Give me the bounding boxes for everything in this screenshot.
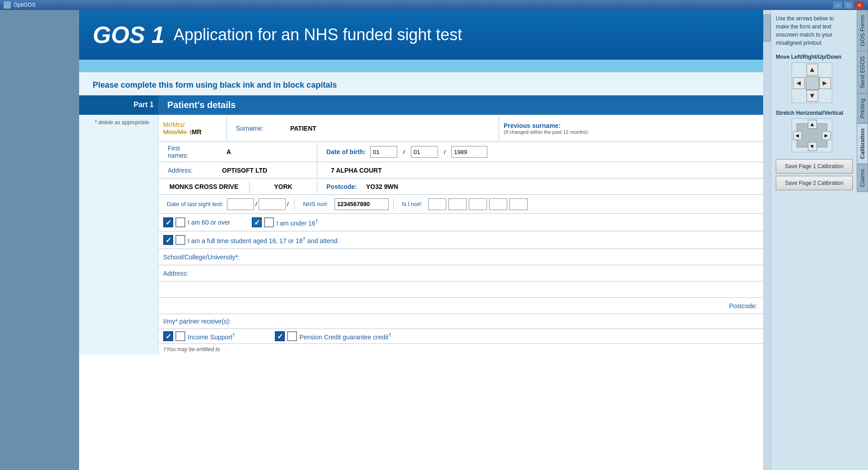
right-tabs: GOS Forms Send EGOS Printing Calibration… [857,10,868,470]
address-line1[interactable]: OPTISOFT LTD [217,164,272,177]
tab-gos-forms[interactable]: GOS Forms [857,10,868,51]
arrow-down-button[interactable]: ▼ [807,90,818,102]
address-row2: MONKS CROSS DRIVE YORK Postcode: YO32 9W… [159,179,771,195]
age60-label: I am 60 or over [188,219,230,226]
dob-cell: Date of birth: 01 / 01 / 1989 [317,142,771,162]
arrow-right-button[interactable]: ► [819,77,831,89]
pension-credit-label: Pension Credit guarantee credit† [299,332,391,341]
stretch-up-button[interactable]: ▲ [808,120,817,129]
prev-surname-cell: Previous surname: (If changed within the… [499,115,771,141]
prev-surname-note: (If changed within the past 12 months) [504,129,766,135]
maximize-button[interactable]: □ [844,1,854,9]
left-sidebar [0,10,79,470]
ni-no-label: N.I.no#: [398,198,426,210]
scroll-thumb[interactable] [763,14,771,42]
pension-credit-item: ✓ Pension Credit guarantee credit† [275,331,391,341]
delete-note: * delete as appropriate [84,117,154,128]
ni-box2[interactable] [448,198,467,210]
title-mrs: Mr/Mrs/ [163,121,222,128]
dob-day[interactable]: 01 [370,146,397,158]
address-cell2b: YORK [249,180,317,193]
scroll-area[interactable] [763,10,771,470]
sub-header [79,60,771,72]
ni-cell: N.I.no#: [393,198,771,210]
school-postcode-row: Postcode: [159,298,771,314]
ni-box4[interactable] [489,198,507,210]
save-page2-calibration-button[interactable]: Save Page 2 Calibration [776,176,853,190]
instruction-text: Please complete this form using black in… [79,72,771,95]
address-label: Address: [163,164,217,177]
save-page1-calibration-button[interactable]: Save Page 1 Calibration [776,159,853,174]
surname-value[interactable]: PATIENT [286,122,321,135]
right-panel-content: Use the arrows below to make the form an… [771,10,854,470]
pension-credit-checkbox[interactable]: ✓ [275,331,285,341]
tab-send-egos[interactable]: Send EGOS [857,51,868,94]
close-button[interactable]: ✕ [854,1,864,9]
address-line2b[interactable]: YORK [269,180,297,193]
stretch-right-button[interactable]: ► [822,131,831,140]
app-icon [4,1,11,9]
surname-cell: Surname: PATIENT [226,115,499,141]
dob-month[interactable]: 01 [411,146,438,158]
last-sight-label: Date of last sight test: [163,198,227,210]
last-sight-cell: Date of last sight test: / / [159,198,294,210]
firstname-value[interactable]: A [222,146,236,158]
address-row1: Address: OPTISOFT LTD 7 ALPHA COURT [159,162,771,179]
school-address-label: Address: [163,270,188,277]
dob-year[interactable]: 1989 [451,146,487,158]
age60-checkbox-empty[interactable] [175,217,185,227]
address-cell1: Address: OPTISOFT LTD [159,162,317,178]
tab-printing[interactable]: Printing [857,94,868,123]
gos-number: GOS 1 [93,21,165,48]
title-group: Mr/Mrs/ Miss/Ms :MR [159,115,226,141]
postcode-value[interactable]: YO32 9WN [362,180,403,193]
last-sight-month[interactable] [259,198,286,210]
main-wrapper: GOS 1 Application for an NHS funded sigh… [0,10,868,470]
tab-calibration[interactable]: Calibration [857,123,868,164]
income-support-label: Income Support† [188,332,235,341]
partner-label: I/my* partner receive(s): [163,318,231,325]
income-support-item: ✓ Income Support† [163,331,235,341]
part1-title: Patient's details [158,95,771,115]
postcode-label: Postcode: [326,183,357,190]
student-checkbox-empty[interactable] [175,235,185,245]
address-line1b[interactable]: 7 ALPHA COURT [326,164,387,177]
under16-checkbox-empty[interactable] [264,217,274,227]
school-row: School/College/University*: [159,249,771,265]
address-cell2: MONKS CROSS DRIVE [159,180,249,193]
under16-label: I am under 16† [276,218,318,227]
partner-row: I/my* partner receive(s): [159,314,771,329]
ni-box1[interactable] [428,198,446,210]
tab-claims[interactable]: Claims [857,164,868,192]
address-line2[interactable]: MONKS CROSS DRIVE [165,180,243,193]
student-item: ✓ I am a full time student aged 16, 17 o… [163,235,339,245]
student-label: I am a full time student aged 16, 17 or … [188,235,339,244]
stretch-down-button[interactable]: ▼ [808,142,817,151]
age60-checkbox[interactable]: ✓ [163,217,173,227]
pension-credit-checkbox-empty[interactable] [287,331,297,341]
income-support-checkbox[interactable]: ✓ [163,331,173,341]
stretch-left-button[interactable]: ◄ [793,131,802,140]
app-name: OptiGOS [14,2,36,8]
firstname-label: Firstnames: [163,142,217,162]
form-sidebar: * delete as appropriate [79,115,158,355]
ni-box3[interactable] [469,198,487,210]
calibration-instructions: Use the arrows below to make the form an… [776,14,848,47]
minimize-button[interactable]: ─ [833,1,843,9]
last-sight-day[interactable] [227,198,254,210]
school-address-row2 [159,282,771,298]
student-checkbox[interactable]: ✓ [163,235,173,245]
firstname-row: Firstnames: A Date of birth: 01 / 01 / 1… [159,142,771,162]
ni-box5[interactable] [509,198,528,210]
nhs-row: Date of last sight test: / / NHS no#: 12… [159,195,771,214]
arrow-up-button[interactable]: ▲ [807,64,818,75]
name-row: Mr/Mrs/ Miss/Ms :MR Surname: PATIENT Pre… [159,115,771,142]
form-container: Please complete this form using black in… [79,72,771,355]
school-postcode-label: Postcode: [729,302,757,310]
form-body: * delete as appropriate Mr/Mrs/ Miss/Ms … [79,115,771,355]
arrow-left-button[interactable]: ◄ [793,77,805,89]
under16-checkbox[interactable]: ✓ [252,217,262,227]
nhs-no-value[interactable]: 1234567890 [335,198,389,210]
checkbox-main: ✓ I am 60 or over ✓ I am under 16† [159,214,771,344]
income-support-checkbox-empty[interactable] [175,331,185,341]
